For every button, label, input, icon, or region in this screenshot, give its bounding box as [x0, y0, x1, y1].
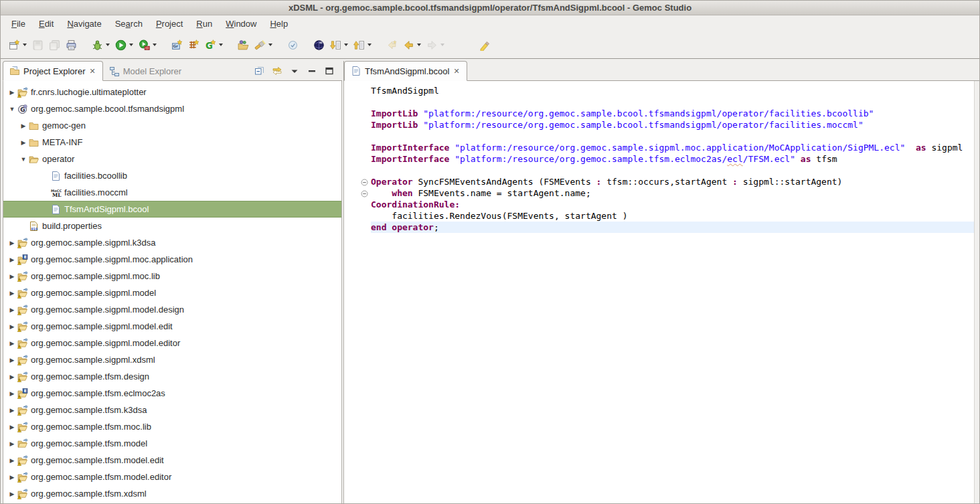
external-browser-button[interactable] — [311, 36, 327, 54]
run-button[interactable] — [112, 36, 136, 54]
tree-item-org-gemoc-sample-sigpml-model[interactable]: ▶org.gemoc.sample.sigpml.model — [3, 284, 341, 301]
search-button[interactable] — [252, 36, 275, 54]
previous-annotation-button[interactable] — [351, 36, 374, 54]
tree-item-org-gemoc-sample-sigpml-moc-lib[interactable]: ▶org.gemoc.sample.sigpml.moc.lib — [3, 268, 341, 284]
save-all-button[interactable] — [46, 36, 63, 54]
menu-run[interactable]: Run — [189, 17, 219, 31]
collapse-arrow-icon[interactable]: ▼ — [19, 156, 28, 163]
dropdown-arrow-icon[interactable] — [440, 44, 444, 46]
expand-arrow-icon[interactable]: ▶ — [19, 139, 28, 146]
tree-item-org-gemoc-sample-tfsm-model[interactable]: ▶org.gemoc.sample.tfsm.model — [3, 435, 341, 452]
new-model-button[interactable] — [185, 36, 202, 54]
fold-collapse-icon[interactable] — [361, 178, 368, 185]
menu-window[interactable]: Window — [219, 17, 263, 31]
tree-item-org-gemoc-sample-tfsm-model-editor[interactable]: ▶org.gemoc.sample.tfsm.model.editor — [3, 469, 341, 485]
fold-collapse-icon[interactable] — [361, 189, 368, 197]
minimize-button[interactable] — [306, 66, 318, 76]
tree-item-org-gemoc-sample-sigpml-model-edit[interactable]: ▶org.gemoc.sample.sigpml.model.edit — [3, 318, 341, 335]
dropdown-arrow-icon[interactable] — [106, 44, 110, 46]
dropdown-arrow-icon[interactable] — [23, 44, 27, 46]
tree-item-org-gemoc-sample-tfsm-k3dsa[interactable]: ▶org.gemoc.sample.tfsm.k3dsa — [3, 402, 341, 418]
tree-item-org-gemoc-sample-tfsm-xdsml[interactable]: ▶org.gemoc.sample.tfsm.xdsml — [3, 485, 341, 502]
expand-arrow-icon[interactable]: ▶ — [7, 491, 17, 497]
tree-item-fr-cnrs-luchogie-ultimateplotter[interactable]: ▶fr.cnrs.luchogie.ultimateplotter — [3, 84, 341, 100]
expand-arrow-icon[interactable]: ▶ — [7, 373, 17, 380]
menu-file[interactable]: File — [5, 17, 32, 31]
print-button[interactable] — [63, 36, 80, 54]
explorer-tab-header: Project Explorer✕Model Explorer — [3, 61, 342, 81]
tree-item-org-gemoc-sample-sigpml-moc-application[interactable]: ▶Eorg.gemoc.sample.sigpml.moc.applicatio… — [3, 251, 341, 268]
expand-arrow-icon[interactable]: ▶ — [7, 89, 17, 96]
expand-arrow-icon[interactable]: ▶ — [7, 424, 17, 430]
collapse-all-button[interactable] — [254, 66, 266, 76]
dropdown-arrow-icon[interactable] — [129, 44, 133, 46]
link-with-editor-button[interactable] — [271, 66, 283, 76]
tree-item-org-gemoc-sample-tfsm-design[interactable]: ▶org.gemoc.sample.tfsm.design — [3, 368, 341, 385]
dropdown-arrow-icon[interactable] — [153, 44, 157, 46]
tree-item-org-gemoc-sample-sigpml-xdsml[interactable]: ▶org.gemoc.sample.sigpml.xdsml — [3, 351, 341, 368]
save-button[interactable] — [29, 36, 46, 54]
tree-item-org-gemoc-sample-sigpml-k3dsa[interactable]: ▶org.gemoc.sample.sigpml.k3dsa — [3, 234, 341, 251]
dropdown-arrow-icon[interactable] — [344, 44, 348, 46]
dropdown-arrow-icon[interactable] — [219, 44, 223, 46]
tree-item-operator[interactable]: ▼operator — [3, 151, 341, 167]
expand-arrow-icon[interactable]: ▶ — [7, 390, 17, 397]
open-task-button[interactable] — [284, 36, 301, 54]
expand-arrow-icon[interactable]: ▶ — [7, 474, 17, 481]
tree-item-org-gemoc-sample-tfsm-eclmoc2as[interactable]: ▶Eorg.gemoc.sample.tfsm.eclmoc2as — [3, 385, 341, 402]
dropdown-arrow-icon[interactable] — [417, 44, 421, 46]
tree-item-org-gemoc-sample-sigpml-model-design[interactable]: ▶org.gemoc.sample.sigpml.model.design — [3, 301, 341, 318]
tree-item-org-gemoc-sample-bcool-tfsmandsigpml[interactable]: ▼Gorg.gemoc.sample.bcool.tfsmandsigpml — [3, 100, 341, 117]
expand-arrow-icon[interactable]: ▶ — [19, 122, 28, 129]
expand-arrow-icon[interactable]: ▶ — [7, 290, 17, 297]
expand-arrow-icon[interactable]: ▶ — [7, 256, 17, 263]
view-menu-button[interactable] — [289, 66, 301, 76]
new-wizard-button[interactable] — [6, 36, 29, 54]
dropdown-arrow-icon[interactable] — [268, 44, 272, 46]
tree-item-org-gemoc-sample-tfsm-model-edit[interactable]: ▶org.gemoc.sample.tfsm.model.edit — [3, 452, 341, 469]
expand-arrow-icon[interactable]: ▶ — [7, 273, 17, 280]
expand-arrow-icon[interactable]: ▶ — [7, 407, 17, 414]
new-representation-button[interactable]: Gr — [169, 36, 185, 54]
back-button[interactable] — [400, 36, 424, 54]
tab-close-icon[interactable]: ✕ — [453, 67, 460, 76]
open-type-button[interactable] — [235, 36, 252, 54]
menu-project[interactable]: Project — [149, 17, 189, 31]
title-bar[interactable]: xDSML - org.gemoc.sample.bcool.tfsmandsi… — [1, 1, 979, 15]
tree-item-facilities-bcoollib[interactable]: facilities.bcoollib — [3, 167, 341, 184]
code-editor[interactable]: TfsmAndSigpml ImportLib "platform:/resou… — [344, 81, 974, 503]
menu-search[interactable]: Search — [108, 17, 149, 31]
expand-arrow-icon[interactable]: ▶ — [7, 240, 17, 246]
dropdown-arrow-icon[interactable] — [368, 44, 372, 46]
view-tab-model-explorer[interactable]: Model Explorer — [103, 62, 187, 80]
tab-close-icon[interactable]: ✕ — [88, 67, 96, 76]
expand-arrow-icon[interactable]: ▶ — [7, 340, 17, 347]
tree-item-org-gemoc-sample-sigpml-model-editor[interactable]: ▶org.gemoc.sample.sigpml.model.editor — [3, 335, 341, 351]
expand-arrow-icon[interactable]: ▶ — [7, 457, 17, 464]
expand-arrow-icon[interactable]: ▶ — [7, 357, 17, 363]
next-annotation-button[interactable] — [327, 36, 351, 54]
tree-item-gemoc-gen[interactable]: ▶gemoc-gen — [3, 117, 341, 134]
menu-edit[interactable]: Edit — [32, 17, 60, 31]
editor-tab-tfsmandsigpml-bcool[interactable]: TfsmAndSigpml.bcool✕ — [344, 61, 467, 81]
tree-item-org-gemoc-sample-tfsm-moc-lib[interactable]: ▶org.gemoc.sample.tfsm.moc.lib — [3, 418, 341, 435]
last-edit-location-button[interactable] — [384, 36, 400, 54]
tree-item-meta-inf[interactable]: ▶META-INF — [3, 134, 341, 151]
expand-arrow-icon[interactable]: ▶ — [7, 323, 17, 330]
run-skip-breakpoints-button[interactable] — [136, 36, 159, 54]
tree-item-tfsmandsigpml-bcool[interactable]: TfsmAndSigpml.bcool — [3, 201, 341, 218]
collapse-arrow-icon[interactable]: ▼ — [7, 106, 17, 112]
forward-button[interactable] — [424, 36, 447, 54]
menu-navigate[interactable]: Navigate — [60, 17, 108, 31]
tree-item-facilities-moccml[interactable]: MoCCMLfacilities.moccml — [3, 184, 341, 201]
view-tab-project-explorer[interactable]: Project Explorer✕ — [3, 61, 103, 81]
tree-item-build-properties[interactable]: 010build.properties — [3, 218, 341, 234]
expand-arrow-icon[interactable]: ▶ — [7, 307, 17, 313]
maximize-button[interactable] — [323, 66, 335, 76]
menu-help[interactable]: Help — [263, 17, 295, 31]
expand-arrow-icon[interactable]: ▶ — [7, 440, 17, 447]
debug-button[interactable] — [89, 36, 112, 54]
overview-ruler[interactable] — [974, 81, 979, 503]
highlighter-button[interactable] — [477, 36, 493, 54]
new-class-button[interactable]: G — [202, 36, 226, 54]
